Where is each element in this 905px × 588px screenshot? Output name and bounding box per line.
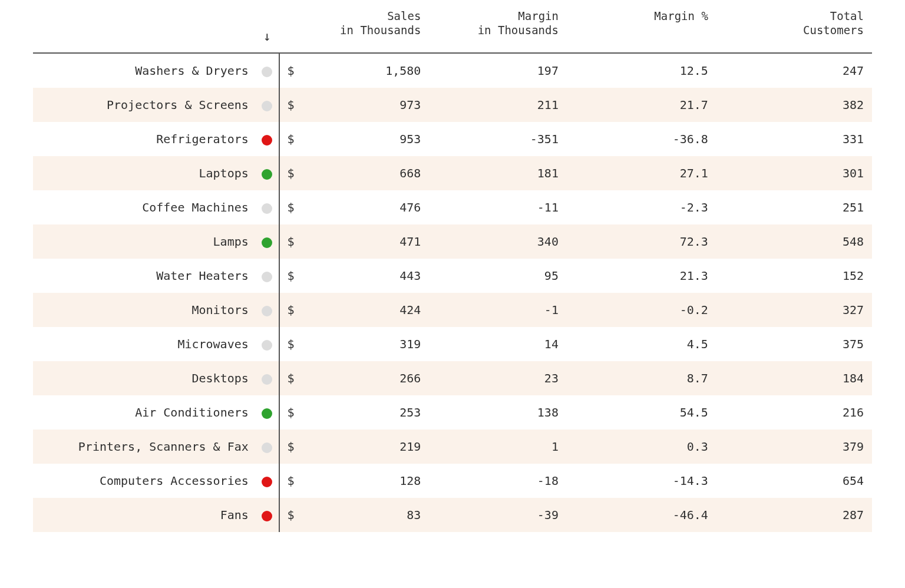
sales-value: 219	[303, 430, 429, 464]
status-dot-icon	[262, 237, 272, 248]
header-margin-pct[interactable]: Margin %	[567, 5, 716, 53]
sales-value: 424	[303, 293, 429, 327]
currency-symbol: $	[279, 293, 303, 327]
table-row[interactable]: Laptops$66818127.1301	[33, 156, 872, 190]
margin-value: 14	[429, 327, 567, 361]
status-dot-icon	[262, 135, 272, 146]
margin-pct-value: 54.5	[567, 395, 716, 430]
sort-indicator-cell[interactable]: ↓	[255, 5, 280, 53]
margin-value: 181	[429, 156, 567, 190]
margin-pct-value: 8.7	[567, 361, 716, 395]
table-row[interactable]: Printers, Scanners & Fax$21910.3379	[33, 430, 872, 464]
margin-pct-value: -14.3	[567, 464, 716, 498]
status-dot-icon	[262, 306, 272, 316]
header-customers[interactable]: Total Customers	[716, 5, 872, 53]
category-label: Computers Accessories	[33, 464, 255, 498]
table-body: Washers & Dryers$1,58019712.5247Projecto…	[33, 53, 872, 532]
category-label: Monitors	[33, 293, 255, 327]
margin-value: -39	[429, 498, 567, 532]
status-dot-cell	[255, 327, 280, 361]
margin-pct-value: 12.5	[567, 53, 716, 88]
table-row[interactable]: Lamps$47134072.3548	[33, 224, 872, 259]
margin-value: 340	[429, 224, 567, 259]
status-dot-cell	[255, 430, 280, 464]
customers-value: 152	[716, 259, 872, 293]
sales-value: 1,580	[303, 53, 429, 88]
header-margin[interactable]: Margin in Thousands	[429, 5, 567, 53]
currency-symbol: $	[279, 327, 303, 361]
status-dot-icon	[262, 442, 272, 453]
status-dot-cell	[255, 293, 280, 327]
currency-symbol: $	[279, 122, 303, 156]
sales-value: 128	[303, 464, 429, 498]
category-label: Coffee Machines	[33, 190, 255, 224]
margin-pct-value: 4.5	[567, 327, 716, 361]
table-row[interactable]: Desktops$266238.7184	[33, 361, 872, 395]
table-row[interactable]: Coffee Machines$476-11-2.3251	[33, 190, 872, 224]
category-label: Fans	[33, 498, 255, 532]
status-dot-icon	[262, 408, 272, 419]
category-label: Air Conditioners	[33, 395, 255, 430]
status-dot-icon	[262, 477, 272, 487]
table-row[interactable]: Fans$83-39-46.4287	[33, 498, 872, 532]
status-dot-icon	[262, 374, 272, 385]
arrow-down-icon: ↓	[263, 29, 271, 44]
table-row[interactable]: Computers Accessories$128-18-14.3654	[33, 464, 872, 498]
margin-pct-value: -36.8	[567, 122, 716, 156]
table-row[interactable]: Monitors$424-1-0.2327	[33, 293, 872, 327]
table-row[interactable]: Projectors & Screens$97321121.7382	[33, 88, 872, 122]
customers-value: 327	[716, 293, 872, 327]
category-label: Printers, Scanners & Fax	[33, 430, 255, 464]
status-dot-cell	[255, 156, 280, 190]
margin-value: -1	[429, 293, 567, 327]
customers-value: 251	[716, 190, 872, 224]
header-sales[interactable]: Sales in Thousands	[303, 5, 429, 53]
status-dot-cell	[255, 224, 280, 259]
currency-symbol: $	[279, 190, 303, 224]
customers-value: 331	[716, 122, 872, 156]
customers-value: 301	[716, 156, 872, 190]
status-dot-icon	[262, 272, 272, 282]
status-dot-cell	[255, 395, 280, 430]
header-category[interactable]	[33, 5, 255, 53]
table-row[interactable]: Washers & Dryers$1,58019712.5247	[33, 53, 872, 88]
margin-pct-value: -0.2	[567, 293, 716, 327]
margin-pct-value: -46.4	[567, 498, 716, 532]
table-row[interactable]: Air Conditioners$25313854.5216	[33, 395, 872, 430]
sales-value: 953	[303, 122, 429, 156]
customers-value: 184	[716, 361, 872, 395]
status-dot-icon	[262, 169, 272, 180]
sales-value: 319	[303, 327, 429, 361]
category-label: Lamps	[33, 224, 255, 259]
margin-pct-value: -2.3	[567, 190, 716, 224]
table-row[interactable]: Microwaves$319144.5375	[33, 327, 872, 361]
category-label: Projectors & Screens	[33, 88, 255, 122]
product-metrics-table: ↓ Sales in Thousands Margin in Thousands…	[33, 5, 872, 532]
status-dot-cell	[255, 88, 280, 122]
status-dot-cell	[255, 259, 280, 293]
margin-pct-value: 0.3	[567, 430, 716, 464]
customers-value: 287	[716, 498, 872, 532]
customers-value: 216	[716, 395, 872, 430]
status-dot-icon	[262, 203, 272, 214]
table-row[interactable]: Water Heaters$4439521.3152	[33, 259, 872, 293]
status-dot-icon	[262, 340, 272, 351]
sales-value: 476	[303, 190, 429, 224]
currency-symbol: $	[279, 259, 303, 293]
status-dot-cell	[255, 53, 280, 88]
customers-value: 375	[716, 327, 872, 361]
margin-value: 197	[429, 53, 567, 88]
status-dot-cell	[255, 190, 280, 224]
margin-pct-value: 72.3	[567, 224, 716, 259]
margin-value: 95	[429, 259, 567, 293]
currency-symbol: $	[279, 361, 303, 395]
status-dot-icon	[262, 511, 272, 521]
customers-value: 654	[716, 464, 872, 498]
category-label: Desktops	[33, 361, 255, 395]
currency-symbol: $	[279, 53, 303, 88]
sales-value: 973	[303, 88, 429, 122]
currency-symbol: $	[279, 498, 303, 532]
margin-value: 1	[429, 430, 567, 464]
margin-value: -11	[429, 190, 567, 224]
table-row[interactable]: Refrigerators$953-351-36.8331	[33, 122, 872, 156]
